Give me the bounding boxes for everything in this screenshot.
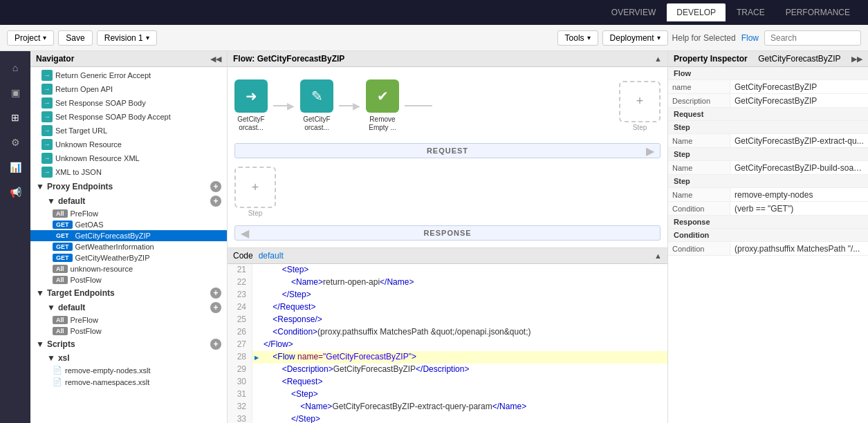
prop-section-step2: Step <box>668 148 868 161</box>
trace-tab[interactable]: TRACE <box>727 3 775 21</box>
code-default-label[interactable]: default <box>259 251 284 261</box>
nav-getweatherinformation[interactable]: GET GetWeatherInformation <box>30 241 227 252</box>
property-content: Flow name GetCityForecastByZIP Descripti… <box>668 67 868 423</box>
api-icon[interactable]: ⊞ <box>4 106 26 129</box>
code-line-25: 25 <Response/> <box>228 314 667 326</box>
add-target-default-btn[interactable]: + <box>210 302 221 313</box>
add-target-endpoint-btn[interactable]: + <box>210 288 221 299</box>
collapse-code-btn[interactable]: ▲ <box>654 252 662 260</box>
center-panel: Flow: GetCityForecastByZIP ▲ ➜ GetCityFo… <box>228 51 667 423</box>
add-step-bottom-button[interactable]: + <box>234 167 276 208</box>
nav-unknown-resource[interactable]: All unknown-resource <box>30 263 227 274</box>
step-icon-2: ✎ <box>300 79 333 113</box>
tools-dropdown[interactable]: Tools <box>557 30 598 46</box>
target-default-section[interactable]: ▼ default + <box>30 301 227 314</box>
nav-getoas[interactable]: GET GetOAS <box>30 219 227 230</box>
revision-dropdown[interactable]: Revision 1 <box>97 30 157 46</box>
flow-header: Flow: GetCityForecastByZIP ▲ <box>228 51 667 67</box>
nav-item-unknown-resource-xml[interactable]: → Unknown Resource XML <box>30 151 227 165</box>
nav-item-return-open-api[interactable]: → Return Open API <box>30 82 227 96</box>
step-icon-3: ✔ <box>366 79 399 113</box>
prop-row-name: name GetCityForecastByZIP <box>668 80 868 94</box>
nav-item-set-target-url[interactable]: → Set Target URL <box>30 124 227 138</box>
nav-remove-namespaces[interactable]: 📄 remove-namespaces.xslt <box>30 376 227 388</box>
collapse-property-btn[interactable]: ▶▶ <box>851 55 862 64</box>
add-proxy-endpoint-btn[interactable]: + <box>210 181 221 192</box>
code-line-32: 32 <Name>GetCityForecastByZIP-extract-qu… <box>228 401 667 413</box>
proxy-default-section[interactable]: ▼ default + <box>30 194 227 208</box>
nav-getcityforecastbyzip[interactable]: GET GetCityForecastByZIP <box>30 230 227 241</box>
save-button[interactable]: Save <box>58 30 92 46</box>
main-area: ⌂ ▣ ⊞ ⚙ 📊 📢 Navigator ◀◀ → Return Generi… <box>0 51 868 423</box>
flow-arrow-3 <box>405 105 432 106</box>
nav-postflow-target[interactable]: All PostFlow <box>30 326 227 337</box>
add-script-btn[interactable]: + <box>210 339 221 350</box>
nav-item-return-generic[interactable]: → Return Generic Error Accept <box>30 68 227 82</box>
request-label: REQUEST <box>243 147 652 155</box>
add-proxy-default-btn[interactable]: + <box>210 196 221 207</box>
nav-item-icon: → <box>41 153 53 164</box>
code-content[interactable]: 21 <Step> 22 <Name>return-open-api</Name… <box>228 264 667 423</box>
code-line-22: 22 <Name>return-open-api</Name> <box>228 276 667 289</box>
collapse-flow-btn[interactable]: ▲ <box>654 55 662 63</box>
nav-item-set-response-soap[interactable]: → Set Response SOAP Body <box>30 96 227 110</box>
property-panel: Property Inspector GetCityForecastByZIP … <box>667 51 868 423</box>
nav-item-icon: → <box>41 111 53 122</box>
nav-item-set-response-soap-accept[interactable]: → Set Response SOAP Body Accept <box>30 110 227 124</box>
nav-preflow-proxy[interactable]: All PreFlow <box>30 208 227 219</box>
collapse-navigator-btn[interactable]: ◀◀ <box>210 55 221 64</box>
analytics-icon[interactable]: 📊 <box>4 156 26 178</box>
package-icon[interactable]: ▣ <box>4 82 26 104</box>
nav-item-unknown-resource[interactable]: → Unknown Resource <box>30 138 227 151</box>
prop-section-step1: Step <box>668 121 868 134</box>
add-step-button[interactable]: + <box>619 81 661 122</box>
property-inspector-header: Property Inspector GetCityForecastByZIP … <box>668 51 868 67</box>
navigator-title: Navigator <box>36 54 74 64</box>
plus-icon-bottom: + <box>252 180 259 195</box>
request-bar: REQUEST ▶ <box>234 143 661 158</box>
code-line-30: 30 <Request> <box>228 376 667 388</box>
deployment-dropdown[interactable]: Deployment <box>602 30 668 46</box>
navigator-header: Navigator ◀◀ <box>30 51 227 67</box>
performance-tab[interactable]: PERFORMANCE <box>776 3 860 21</box>
nav-preflow-target[interactable]: All PreFlow <box>30 314 227 326</box>
help-link[interactable]: Flow <box>741 33 759 43</box>
flow-arrow-1: ▶ <box>273 100 295 111</box>
flow-canvas: ➜ GetCityForcast... ▶ ✎ GetCityForcast..… <box>228 67 667 248</box>
prop-row-step3-name: Name remove-empty-nodes <box>668 188 868 202</box>
xsl-section[interactable]: ▼ xsl <box>30 352 227 364</box>
scripts-section[interactable]: ▼ Scripts + <box>30 337 227 352</box>
settings-icon[interactable]: ⚙ <box>4 131 26 153</box>
target-endpoints-section[interactable]: ▼ Target Endpoints + <box>30 285 227 301</box>
prop-section-response: Response <box>668 216 868 229</box>
flow-arrow-2: ▶ <box>339 100 360 111</box>
step-getcityf-1[interactable]: ➜ GetCityForcast... <box>234 79 268 132</box>
code-header: Code default ▲ <box>228 248 667 264</box>
nav-remove-empty-nodes[interactable]: 📄 remove-empty-nodes.xslt <box>30 364 227 376</box>
nav-item-xml-to-json[interactable]: → XML to JSON <box>30 165 227 179</box>
nav-item-icon: → <box>41 125 53 136</box>
code-line-29: 29 <Description>GetCityForecastByZIP</De… <box>228 364 667 376</box>
flow-steps-row: ➜ GetCityForcast... ▶ ✎ GetCityForcast..… <box>234 74 661 138</box>
code-line-26: 26 <Condition>(proxy.pathsuffix MatchesP… <box>228 326 667 339</box>
code-line-27: 27 </Flow> <box>228 339 667 351</box>
nav-item-icon: → <box>41 70 53 81</box>
develop-tab[interactable]: DEVELOP <box>667 3 726 21</box>
step-remove-empty[interactable]: ✔ RemoveEmpty ... <box>366 79 399 132</box>
overview-tab[interactable]: OVERVIEW <box>602 3 665 21</box>
step-getcityf-2[interactable]: ✎ GetCityForcast... <box>300 79 333 132</box>
nav-getcityweatherbyzip[interactable]: GET GetCityWeatherByZIP <box>30 252 227 263</box>
step-label-3: RemoveEmpty ... <box>369 115 396 132</box>
add-step-label: Step <box>633 124 647 131</box>
response-label: RESPONSE <box>243 229 652 237</box>
project-dropdown[interactable]: Project <box>7 30 54 46</box>
publish-icon[interactable]: 📢 <box>4 181 26 203</box>
search-input[interactable] <box>764 30 861 46</box>
response-arrow-icon: ◀ <box>241 227 249 240</box>
nav-item-icon: → <box>41 139 53 150</box>
nav-postflow-proxy[interactable]: All PostFlow <box>30 274 227 285</box>
home-icon[interactable]: ⌂ <box>4 57 26 79</box>
toolbar: Project Save Revision 1 Tools Deployment… <box>0 25 868 51</box>
collapse-icon: ▼ <box>36 182 44 191</box>
proxy-endpoints-section[interactable]: ▼ Proxy Endpoints + <box>30 179 227 194</box>
